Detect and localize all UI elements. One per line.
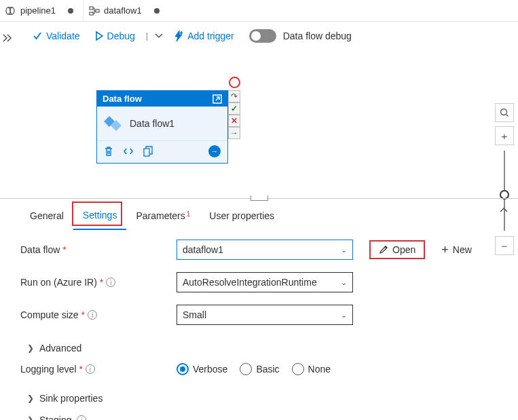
unsaved-dot-icon — [68, 8, 73, 14]
debug-button[interactable]: Debug — [90, 28, 141, 44]
dataflow-select[interactable]: dataflow1 ⌄ — [177, 240, 353, 260]
code-icon[interactable] — [123, 147, 134, 156]
status-skip-icon[interactable]: → — [228, 127, 240, 139]
properties-panel: General Settings Parameters1 User proper… — [0, 198, 518, 420]
info-icon[interactable]: i — [86, 364, 95, 374]
file-tab-label: dataflow1 — [104, 5, 142, 16]
data-flow-debug-toggle[interactable] — [249, 29, 276, 43]
validate-button[interactable]: Validate — [27, 28, 86, 44]
runon-select[interactable]: AutoResolveIntegrationRuntime ⌄ — [177, 272, 353, 292]
advanced-label: Advanced — [39, 343, 81, 354]
selection-handle-icon — [229, 77, 240, 88]
logging-radio-verbose[interactable]: Verbose — [177, 363, 227, 375]
svg-rect-2 — [90, 7, 93, 9]
new-button[interactable]: + New — [441, 243, 472, 257]
pipeline-icon — [5, 7, 16, 15]
run-activity-icon[interactable]: → — [208, 145, 221, 157]
unsaved-dot-icon — [154, 8, 160, 14]
validate-label: Validate — [46, 31, 80, 41]
sink-properties-label: Sink properties — [39, 393, 103, 404]
separator: | — [145, 31, 149, 41]
tab-parameters[interactable]: Parameters1 — [126, 204, 200, 229]
tab-settings[interactable]: Settings — [73, 203, 127, 230]
delete-icon[interactable] — [104, 146, 113, 157]
svg-text:+: + — [180, 31, 183, 35]
data-flow-debug-label: Data flow debug — [283, 31, 352, 41]
file-tab-label: pipeline1 — [20, 5, 56, 16]
open-label: Open — [392, 244, 415, 255]
chevron-down-icon: ⌄ — [341, 246, 347, 254]
logging-radio-basic[interactable]: Basic — [240, 363, 279, 375]
runon-select-value: AutoResolveIntegrationRuntime — [183, 277, 317, 288]
plus-icon: + — [441, 243, 449, 257]
activity-card[interactable]: Data flow Data flow1 → — [96, 90, 228, 164]
compute-select[interactable]: Small ⌄ — [177, 305, 353, 325]
settings-form: Data flow * dataflow1 ⌄ Open + New Run o… — [0, 230, 518, 420]
new-label: New — [453, 244, 472, 255]
chevron-right-icon: ❯ — [27, 415, 34, 420]
dataflow-activity-icon — [104, 115, 123, 132]
logging-radio-group: Verbose Basic None — [177, 363, 331, 375]
svg-rect-3 — [90, 12, 93, 15]
dataflow-select-value: dataflow1 — [183, 244, 223, 255]
panel-tab-bar: General Settings Parameters1 User proper… — [0, 199, 518, 230]
status-restore-icon[interactable]: ↷ — [228, 90, 240, 102]
logging-field-label: Logging level * i — [20, 364, 177, 375]
debug-label: Debug — [107, 31, 135, 41]
logging-radio-none[interactable]: None — [292, 363, 331, 375]
tab-general[interactable]: General — [20, 204, 73, 229]
compute-select-value: Small — [183, 309, 206, 320]
add-trigger-button[interactable]: + Add trigger — [168, 28, 239, 44]
chevron-down-icon: ⌄ — [341, 278, 347, 287]
status-success-icon[interactable]: ✓ — [228, 102, 240, 115]
tab-user-properties[interactable]: User properties — [200, 204, 284, 229]
staging-label: Staging — [39, 415, 71, 420]
staging-expander[interactable]: ❯ Staging i — [20, 409, 518, 420]
dataflow-icon — [89, 6, 100, 16]
chevron-right-icon: ❯ — [27, 343, 34, 353]
file-tab-pipeline[interactable]: pipeline1 — [0, 0, 83, 22]
activity-type: Data flow — [103, 94, 142, 104]
open-button[interactable]: Open — [369, 240, 425, 259]
activity-body: Data flow1 — [97, 107, 227, 140]
add-trigger-label: Add trigger — [187, 31, 234, 41]
info-icon[interactable]: i — [106, 278, 115, 287]
sink-properties-expander[interactable]: ❯ Sink properties — [20, 387, 518, 409]
zoom-in-icon[interactable]: + — [495, 126, 514, 145]
svg-rect-4 — [96, 9, 99, 12]
info-icon[interactable]: i — [88, 310, 97, 320]
debug-dropdown[interactable] — [153, 31, 164, 41]
info-icon[interactable]: i — [77, 415, 86, 420]
collapse-panel-icon[interactable] — [499, 207, 508, 214]
svg-point-8 — [501, 109, 507, 115]
svg-point-1 — [10, 7, 14, 14]
activity-header: Data flow — [97, 91, 227, 107]
pipeline-canvas[interactable]: Data flow Data flow1 → ↷ ✓ ✕ → + − — [0, 50, 518, 198]
runon-field-label: Run on (Azure IR) * i — [20, 277, 177, 288]
svg-rect-7 — [144, 149, 149, 156]
status-fail-icon[interactable]: ✕ — [228, 115, 240, 127]
open-external-icon[interactable] — [212, 94, 222, 104]
toolbar: Validate Debug | + Add trigger Data flow… — [0, 22, 518, 50]
pencil-icon — [379, 245, 388, 254]
navigator-icon[interactable] — [495, 103, 514, 122]
dataflow-field-label: Data flow * — [20, 244, 177, 255]
activity-footer: → — [97, 140, 227, 163]
chevron-right-icon: ❯ — [27, 394, 34, 403]
file-tab-dataflow[interactable]: dataflow1 — [83, 0, 169, 22]
expand-panel-icon[interactable] — [3, 31, 23, 42]
svg-point-0 — [6, 7, 10, 14]
activity-name: Data flow1 — [130, 118, 174, 129]
activity-status-strip: ↷ ✓ ✕ → — [228, 90, 240, 139]
chevron-down-icon: ⌄ — [341, 311, 347, 320]
file-tab-bar: pipeline1 dataflow1 — [0, 0, 518, 22]
advanced-expander[interactable]: ❯ Advanced — [20, 337, 518, 359]
copy-icon[interactable] — [143, 146, 153, 157]
compute-field-label: Compute size * i — [20, 309, 177, 320]
